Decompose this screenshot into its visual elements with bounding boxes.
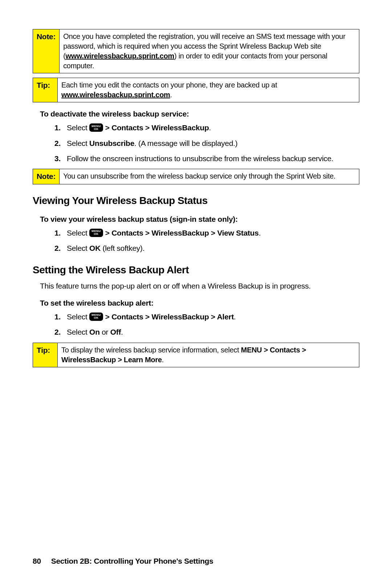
text: Select bbox=[67, 139, 89, 147]
menu-ok-key-icon: MENUOK bbox=[89, 123, 103, 132]
section-title: Section 2B: Controlling Your Phone's Set… bbox=[51, 557, 213, 565]
url-link[interactable]: www.wirelessbackup.sprint.com bbox=[61, 91, 170, 99]
step-1: 1. Select MENUOK > Contacts > WirelessBa… bbox=[54, 312, 359, 322]
text: . (A message will be displayed.) bbox=[134, 139, 238, 147]
heading-setting: Setting the Wireless Backup Alert bbox=[33, 263, 359, 277]
step-number: 2. bbox=[54, 243, 61, 253]
note-body: Once you have completed the registration… bbox=[60, 29, 359, 73]
nav-path: > Contacts > WirelessBackup > View Statu… bbox=[103, 229, 259, 237]
tip-label: Tip: bbox=[33, 343, 58, 367]
note-label: Note: bbox=[33, 29, 60, 73]
subheading-viewing: To view your wireless backup status (sig… bbox=[33, 214, 359, 224]
key-label: OK bbox=[89, 244, 101, 252]
step-1: 1. Select MENUOK > Contacts > WirelessBa… bbox=[54, 123, 359, 133]
heading-viewing: Viewing Your Wireless Backup Status bbox=[33, 194, 359, 208]
step-number: 3. bbox=[54, 154, 61, 164]
step-number: 1. bbox=[54, 123, 61, 133]
page-footer: 80Section 2B: Controlling Your Phone's S… bbox=[33, 556, 213, 566]
text: . bbox=[209, 123, 211, 132]
tip-callout-2: Tip: To display the wireless backup serv… bbox=[33, 343, 359, 367]
text: Follow the onscreen instructions to unsu… bbox=[67, 154, 333, 163]
note-callout-1: Note: Once you have completed the regist… bbox=[33, 29, 359, 73]
steps-viewing: 1. Select MENUOK > Contacts > WirelessBa… bbox=[33, 228, 359, 254]
nav-path: > Contacts > WirelessBackup bbox=[103, 123, 209, 132]
action: Unsubscribe bbox=[89, 139, 134, 147]
text: (left softkey). bbox=[101, 244, 144, 252]
option-off: Off bbox=[110, 328, 121, 336]
subheading-setting: To set the wireless backup alert: bbox=[33, 298, 359, 308]
option-on: On bbox=[89, 328, 100, 336]
text: or bbox=[100, 328, 110, 336]
step-2: 2. Select Unsubscribe. (A message will b… bbox=[54, 138, 359, 148]
text: . bbox=[234, 313, 236, 321]
text: Each time you edit the contacts on your … bbox=[61, 81, 277, 89]
note-body: You can unsubscribe from the wireless ba… bbox=[60, 169, 359, 184]
tip-body: To display the wireless backup service i… bbox=[58, 343, 359, 367]
tip-label: Tip: bbox=[33, 78, 58, 102]
step-2: 2. Select On or Off. bbox=[54, 327, 359, 337]
step-number: 1. bbox=[54, 228, 61, 238]
menu-ok-key-icon: MENUOK bbox=[89, 229, 103, 237]
step-1: 1. Select MENUOK > Contacts > WirelessBa… bbox=[54, 228, 359, 238]
text: . bbox=[121, 328, 123, 336]
note-callout-2: Note: You can unsubscribe from the wirel… bbox=[33, 169, 359, 184]
tip-body: Each time you edit the contacts on your … bbox=[58, 78, 359, 102]
text: To display the wireless backup service i… bbox=[61, 346, 241, 354]
step-number: 2. bbox=[54, 327, 61, 337]
nav-path: > Contacts > WirelessBackup > Alert bbox=[103, 313, 234, 321]
text: Select bbox=[67, 313, 89, 321]
step-number: 2. bbox=[54, 138, 61, 148]
text: Select bbox=[67, 244, 89, 252]
page-number: 80 bbox=[33, 557, 41, 565]
text: . bbox=[170, 91, 172, 99]
paragraph: This feature turns the pop-up alert on o… bbox=[40, 281, 359, 291]
steps-setting: 1. Select MENUOK > Contacts > WirelessBa… bbox=[33, 312, 359, 338]
step-2: 2. Select OK (left softkey). bbox=[54, 243, 359, 253]
text: . bbox=[259, 229, 261, 237]
text: Select bbox=[67, 328, 89, 336]
text: Select bbox=[67, 123, 89, 132]
text: Select bbox=[67, 229, 89, 237]
menu-ok-key-icon: MENUOK bbox=[89, 313, 103, 321]
step-number: 1. bbox=[54, 312, 61, 322]
text: . bbox=[162, 356, 164, 364]
tip-callout-1: Tip: Each time you edit the contacts on … bbox=[33, 78, 359, 102]
step-3: 3. Follow the onscreen instructions to u… bbox=[54, 154, 359, 164]
subheading-deactivate: To deactivate the wireless backup servic… bbox=[33, 109, 359, 119]
steps-deactivate: 1. Select MENUOK > Contacts > WirelessBa… bbox=[33, 123, 359, 164]
url-link[interactable]: www.wirelessbackup.sprint.com bbox=[66, 52, 175, 60]
note-label: Note: bbox=[33, 169, 60, 184]
